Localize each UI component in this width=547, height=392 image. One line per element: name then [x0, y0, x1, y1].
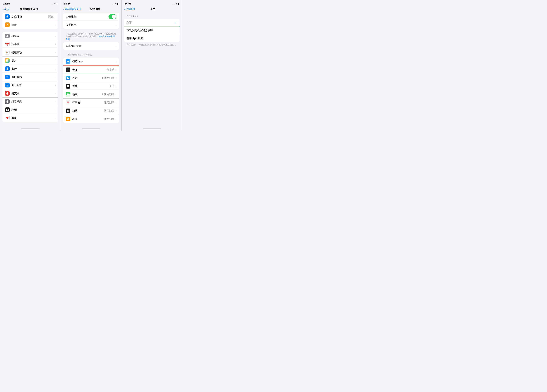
calendar-item[interactable]: ▬▬▬ 📅 行事曆 › [2, 40, 58, 48]
calendar-app2-item[interactable]: 行事曆 使用期間 › [63, 99, 119, 107]
panel-privacy-security: 14:56 ····· ▾ ▮ ‹ 設定 隱私權與安全性 定位服務 [0, 0, 61, 131]
weather-app-icon [66, 76, 70, 80]
location-services-item[interactable]: 定位服務 開啟 › [2, 13, 58, 21]
location-hint-item[interactable]: 位置提示 › [63, 21, 119, 29]
wifi-icon: ▾ [55, 3, 55, 5]
photos-item[interactable]: 照片 › [2, 57, 58, 65]
maps-app-label: 地圖 [72, 93, 102, 96]
light-app-icon [66, 59, 70, 64]
weather-app-label: 天氣 [72, 76, 102, 80]
back-button-1[interactable]: ‹ 設定 [2, 7, 9, 11]
home-indicator-1 [0, 127, 61, 131]
maps-app-item[interactable]: 地圖 使用期間 › [63, 90, 119, 99]
svg-rect-13 [7, 100, 7, 103]
sky-app-item[interactable]: 天文 分享時 › [63, 66, 119, 74]
nav-title-1: 隱私權與安全性 [20, 7, 38, 11]
ask-next-option[interactable]: 下次詢問或在我分享時 [124, 27, 180, 34]
while-using-label: 使用 App 期間 [126, 37, 177, 40]
back-chevron-3: ‹ [124, 7, 125, 11]
network-icon [5, 75, 10, 79]
support-app-icon [66, 84, 70, 89]
status-bar-1: 14:56 ····· ▾ ▮ [0, 0, 61, 6]
maps-app-chevron: › [116, 93, 116, 96]
calendar-icon: ▬▬▬ 📅 [5, 42, 10, 47]
options-group: 永不 ✓ 下次詢問或在我分享時 使用 App 期間 [124, 19, 180, 42]
photos-chevron: › [55, 59, 56, 62]
camera-item[interactable]: 相機 › [2, 106, 58, 114]
location-privacy-link[interactable]: 關於定位服務與隱私權 … [66, 35, 115, 40]
nav-bar-3: ‹ 定位服務 天文 [122, 6, 182, 13]
while-using-option[interactable]: 使用 App 期間 [124, 34, 180, 42]
network-chevron: › [55, 76, 56, 78]
contacts-label: 聯絡人 [12, 34, 55, 38]
home-app-chevron: › [116, 118, 116, 120]
mic-item[interactable]: 麥克風 › [2, 89, 58, 98]
reminders-icon [5, 50, 10, 55]
nav-bar-1: ‹ 設定 隱私權與安全性 [0, 6, 61, 13]
svg-rect-6 [7, 53, 8, 53]
svg-rect-11 [6, 101, 7, 102]
top-list-group-1: 定位服務 開啟 › 追蹤 › [2, 13, 58, 29]
health-label: 健康 [12, 116, 55, 120]
health-icon [5, 116, 10, 120]
sky-app-icon [66, 67, 70, 72]
speech-item[interactable]: 語音辨識 › [2, 98, 58, 106]
battery-icon-3: ▮ [178, 3, 179, 5]
signal-icon: ····· [51, 3, 54, 5]
reminders-chevron: › [55, 51, 56, 54]
back-label-1: 設定 [4, 7, 9, 11]
reminders-item[interactable]: 提醒事項 › [2, 48, 58, 57]
svg-rect-8 [7, 92, 8, 94]
weather-app-item[interactable]: 天氣 使用期間 › [63, 74, 119, 82]
nearby-icon [5, 83, 10, 87]
app-description: App 說明：「你的位置會用來顯示你在地球上的位置。」 [124, 42, 180, 47]
home-indicator-2 [61, 127, 121, 131]
share-location-item[interactable]: 分享我的位置 › [63, 42, 119, 50]
home-app-icon [66, 117, 70, 121]
network-item[interactable]: 區域網路 › [2, 73, 58, 81]
nav-title-2: 定位服務 [90, 7, 101, 11]
share-location-group: 分享我的位置 › [63, 42, 119, 50]
photos-icon [5, 58, 10, 63]
back-label-3: 定位服務 [126, 8, 135, 11]
back-button-2[interactable]: ‹ 隱私權與安全性 [63, 7, 81, 11]
back-label-2: 隱私權與安全性 [65, 8, 81, 11]
sky-app-chevron: › [116, 68, 116, 71]
camera-app2-item[interactable]: 相機 使用期間 › [63, 107, 119, 115]
location-toggle[interactable] [109, 14, 116, 19]
location-toggle-group: 定位服務 位置提示 › [63, 13, 119, 29]
panel-location-services: 14:56 ····· ▾ ▮ ‹ 隱私權與安全性 定位服務 定位服務 位置提示… [61, 0, 122, 131]
tracking-item[interactable]: 追蹤 › [2, 21, 58, 29]
sky-app-label: 天文 [72, 68, 107, 72]
health-item[interactable]: 健康 › [2, 114, 58, 122]
never-check: ✓ [175, 21, 177, 25]
nav-bar-2: ‹ 隱私權與安全性 定位服務 [61, 6, 121, 13]
back-button-3[interactable]: ‹ 定位服務 [124, 7, 135, 11]
light-app-item[interactable]: 輕巧 App › [63, 58, 119, 66]
tracking-icon [5, 22, 10, 27]
nav-title-3: 天文 [150, 7, 155, 11]
bluetooth-chevron: › [55, 67, 56, 70]
location-hint-chevron: › [116, 24, 116, 26]
svg-rect-17 [67, 102, 69, 104]
status-time-3: 14:56 [125, 2, 131, 5]
never-option[interactable]: 永不 ✓ [124, 19, 180, 27]
svg-rect-4 [7, 52, 8, 52]
battery-icon: ▮ [56, 3, 57, 5]
contacts-chevron: › [55, 35, 56, 37]
location-hint-label: 位置提示 [66, 23, 115, 27]
back-chevron-1: ‹ [2, 7, 3, 11]
weather-app-chevron: › [116, 77, 116, 79]
location-toggle-item[interactable]: 定位服務 [63, 13, 119, 21]
contacts-item[interactable]: 聯絡人 › [2, 32, 58, 40]
panel-content-1: 定位服務 開啟 › 追蹤 › 聯絡人 [0, 13, 61, 127]
share-note: 正在使用此 iPhone 分享位置。 [63, 53, 119, 58]
support-app-item[interactable]: 支援 永不 › [63, 82, 119, 90]
nearby-item[interactable]: 鄰近互動 › [2, 81, 58, 89]
home-app-item[interactable]: 家庭 使用期間 › [63, 115, 119, 123]
bluetooth-item[interactable]: 藍牙 › [2, 65, 58, 73]
panel-content-3: 允許取用位置 永不 ✓ 下次詢問或在我分享時 使用 App 期間 App 說明：… [122, 13, 182, 127]
location-description: 「定位服務」使用 GPS、藍牙、眾包 WLAN 熱點和基地台的所在位置來確認你的… [63, 32, 119, 42]
back-chevron-2: ‹ [63, 7, 64, 11]
camera-app2-label: 相機 [72, 109, 104, 113]
